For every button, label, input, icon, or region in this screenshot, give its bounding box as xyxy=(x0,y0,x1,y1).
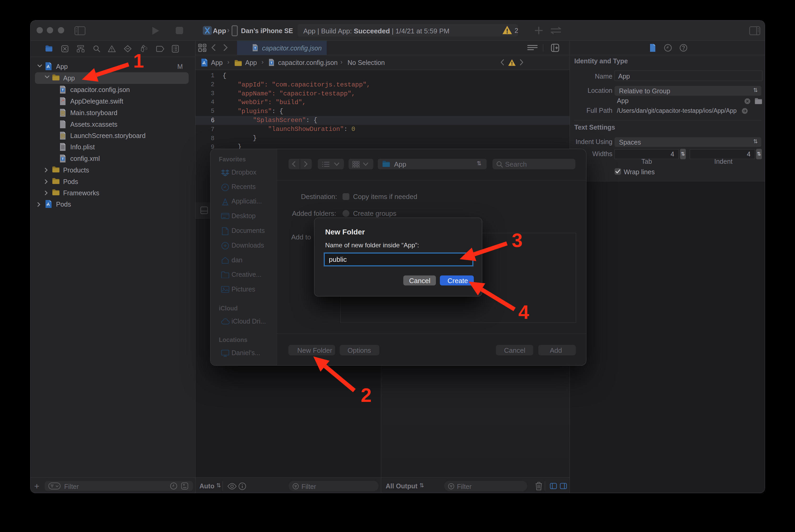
svg-text:4: 4 xyxy=(518,301,529,323)
svg-text:1: 1 xyxy=(133,50,144,72)
svg-text:3: 3 xyxy=(512,229,522,251)
svg-text:2: 2 xyxy=(361,384,372,406)
